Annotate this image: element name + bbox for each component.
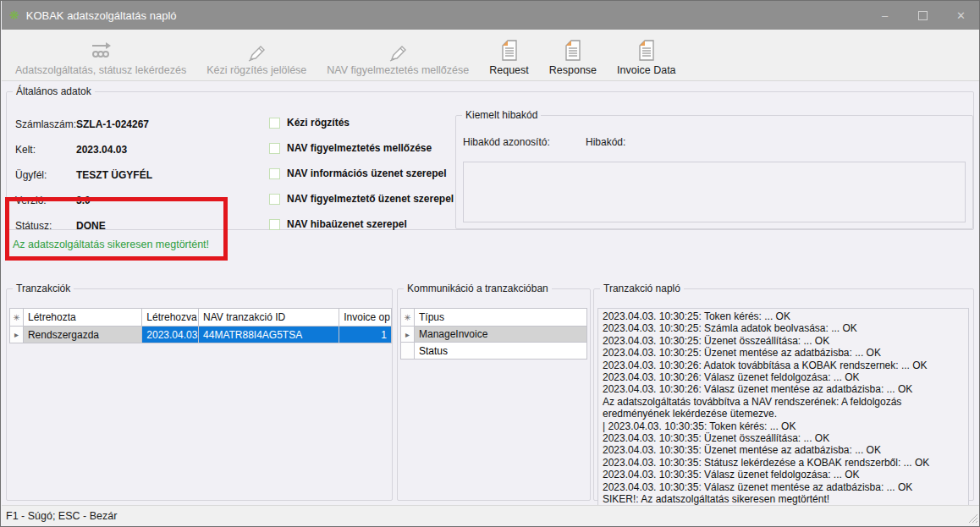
log-line: 2023.04.03. 10:30:25: Üzenet mentése az … [603, 347, 964, 359]
checkbox-label: NAV figyelmeztető üzenet szerepel [287, 193, 454, 205]
pen-icon [387, 36, 409, 64]
general-data-group-title: Általános adatok [13, 85, 95, 97]
error-code-label: Hibakód: [586, 136, 625, 148]
checkbox-nav-warning-ignored[interactable]: NAV figyelmeztetés mellőzése [269, 142, 432, 154]
issue-date-value: 2023.04.03 [76, 144, 127, 156]
checkbox-icon [269, 219, 280, 230]
communication-group: Kommunikáció a tranzakcióban ✳ Típus ▸ M… [397, 283, 591, 501]
checkbox-label: NAV hibaüzenet szerepel [287, 218, 407, 230]
transaction-log-textarea[interactable]: 2023.04.03. 10:30:25: Token kérés: ... O… [597, 308, 969, 506]
row-pointer-icon: ▸ [10, 327, 24, 343]
transactions-group: Tranzakciók ✳ Létrehozta Létrehozva NAV … [6, 283, 393, 501]
checkbox-label: NAV információs üzenet szerepel [287, 167, 447, 179]
checkbox-nav-info-message[interactable]: NAV információs üzenet szerepel [269, 167, 447, 179]
maximize-icon [918, 11, 928, 20]
row-indicator-cell [401, 343, 415, 359]
log-line: 2023.04.03. 10:30:35: Válasz üzenet ment… [603, 481, 964, 493]
customer-value: TESZT ÜGYFÉL [76, 169, 152, 181]
checkbox-nav-error-message[interactable]: NAV hibaüzenet szerepel [269, 218, 407, 230]
log-line: 2023.04.03. 10:30:26: Válasz üzenet feld… [603, 371, 964, 383]
status-bar-hint: F1 - Súgó; ESC - Bezár [6, 510, 117, 522]
window-title: KOBAK adatszolgáltatás napló [26, 9, 177, 22]
toolbar-button-ignore-nav-warning[interactable]: NAV figyelmeztetés mellőzése [317, 30, 479, 80]
toolbar-button-label: Request [489, 64, 529, 76]
cell-created-on[interactable]: 2023.04.03 [142, 327, 199, 343]
version-value: 3.0 [76, 195, 91, 206]
document-icon [637, 36, 656, 64]
checkbox-label: NAV figyelmeztetés mellőzése [287, 142, 432, 154]
checkbox-icon [269, 194, 280, 205]
column-header-type[interactable]: Típus [415, 309, 586, 326]
send-status-icon [87, 36, 114, 64]
highlighted-error-group: Kiemelt hibakód Hibakód azonosító: Hibak… [455, 109, 973, 229]
communication-row-selected[interactable]: ▸ ManageInvoice [401, 327, 586, 343]
column-header-created-on[interactable]: Létrehozva [142, 309, 199, 326]
log-line: 2023.04.03. 10:30:26: Adatok továbbítása… [603, 360, 964, 371]
close-button[interactable]: ✕ [942, 1, 980, 30]
toolbar-button-label: Adatszolgáltatás, státusz lekérdezés [15, 64, 186, 76]
document-icon [500, 36, 519, 64]
checkbox-manual-entry[interactable]: Kézi rögzítés [269, 117, 350, 129]
row-pointer-icon: ▸ [401, 327, 415, 342]
issue-date-label: Kelt: [15, 144, 36, 156]
caption-buttons: – ✕ [866, 1, 980, 30]
toolbar-button-label: Kézi rögzítés jelölése [206, 64, 306, 76]
maximize-button[interactable] [904, 1, 942, 30]
error-code-id-label: Hibakód azonosító: [463, 136, 550, 148]
highlighted-error-group-title: Kiemelt hibakód [462, 109, 541, 121]
checkbox-icon [269, 143, 280, 154]
transactions-table: ✳ Létrehozta Létrehozva NAV tranzakció I… [9, 308, 392, 343]
pen-icon [245, 36, 267, 64]
transactions-row-selected[interactable]: ▸ Rendszergazda 2023.04.03 44MATR88I4AG5… [10, 327, 391, 343]
column-chooser-icon[interactable]: ✳ [401, 309, 415, 326]
log-line: 2023.04.03. 10:30:25: Token kérés: ... O… [603, 310, 964, 322]
communication-table: ✳ Típus ▸ ManageInvoice Status [400, 308, 587, 360]
document-icon [564, 36, 582, 64]
toolbar-button-label: Response [549, 64, 597, 76]
log-line: 2023.04.03. 10:30:26: Válasz üzenet ment… [603, 383, 964, 395]
transaction-log-group: Tranzakció napló 2023.04.03. 10:30:25: T… [593, 283, 974, 501]
status-bar: F1 - Súgó; ESC - Bezár [2, 505, 980, 525]
column-header-nav-transaction-id[interactable]: NAV tranzakció ID [199, 309, 339, 326]
cell-type[interactable]: Status [415, 343, 586, 359]
transactions-header-row: ✳ Létrehozta Létrehozva NAV tranzakció I… [10, 309, 391, 327]
communication-group-title: Kommunikáció a tranzakcióban [404, 283, 552, 294]
log-line: 2023.04.03. 10:30:35: Válasz üzenet feld… [603, 469, 964, 480]
toolbar-button-data-report-status[interactable]: Adatszolgáltatás, státusz lekérdezés [5, 30, 196, 80]
column-header-created-by[interactable]: Létrehozta [24, 309, 142, 326]
status-value: DONE [76, 220, 106, 232]
checkbox-icon [269, 118, 280, 129]
cell-invoice-op[interactable]: 1 [339, 327, 391, 343]
title-bar: ❋ KOBAK adatszolgáltatás napló – ✕ [2, 1, 980, 30]
column-chooser-icon[interactable]: ✳ [10, 309, 24, 326]
log-line: SIKER!: Az adatszolgáltatás sikeresen me… [603, 493, 964, 505]
cell-nav-transaction-id[interactable]: 44MATR88I4AG5TSA [199, 327, 339, 343]
column-header-invoice-op[interactable]: Invoice op [339, 309, 391, 326]
invoice-number-value: SZLA-1-024267 [76, 118, 149, 130]
communication-row[interactable]: Status [401, 343, 586, 359]
app-window: ❋ KOBAK adatszolgáltatás napló – ✕ Adats… [0, 0, 980, 527]
toolbar-button-response[interactable]: Response [539, 30, 607, 80]
communication-header-row: ✳ Típus [401, 309, 586, 327]
toolbar-button-label: Invoice Data [617, 64, 675, 76]
checkbox-nav-warning-message[interactable]: NAV figyelmeztető üzenet szerepel [269, 193, 454, 205]
log-line: 2023.04.03. 10:30:25: Üzenet összeállítá… [603, 335, 964, 347]
cell-created-by[interactable]: Rendszergazda [24, 327, 142, 343]
resize-grip[interactable] [967, 513, 978, 524]
checkbox-label: Kézi rögzítés [287, 117, 350, 129]
version-label: Verzió: [15, 195, 47, 206]
log-line: 2023.04.03. 10:30:25: Számla adatok beol… [603, 322, 964, 334]
general-data-group: Általános adatok Számlaszám: SZLA-1-0242… [6, 85, 974, 230]
customer-label: Ügyfél: [15, 169, 47, 181]
toolbar-button-request[interactable]: Request [479, 30, 539, 80]
minimize-button[interactable]: – [866, 1, 904, 30]
error-code-textarea[interactable] [463, 162, 966, 222]
app-icon: ❋ [9, 9, 19, 21]
toolbar-button-invoice-data[interactable]: Invoice Data [607, 30, 685, 80]
toolbar-button-manual-entry[interactable]: Kézi rögzítés jelölése [196, 30, 317, 80]
toolbar-button-label: NAV figyelmeztetés mellőzése [327, 64, 469, 76]
cell-type[interactable]: ManageInvoice [415, 327, 586, 342]
transaction-log-group-title: Tranzakció napló [600, 283, 684, 294]
log-line: Az adatszolgáltatás továbbítva a NAV ren… [603, 396, 964, 420]
log-line: | 2023.04.03. 10:30:35: Token kérés: ...… [603, 420, 964, 432]
